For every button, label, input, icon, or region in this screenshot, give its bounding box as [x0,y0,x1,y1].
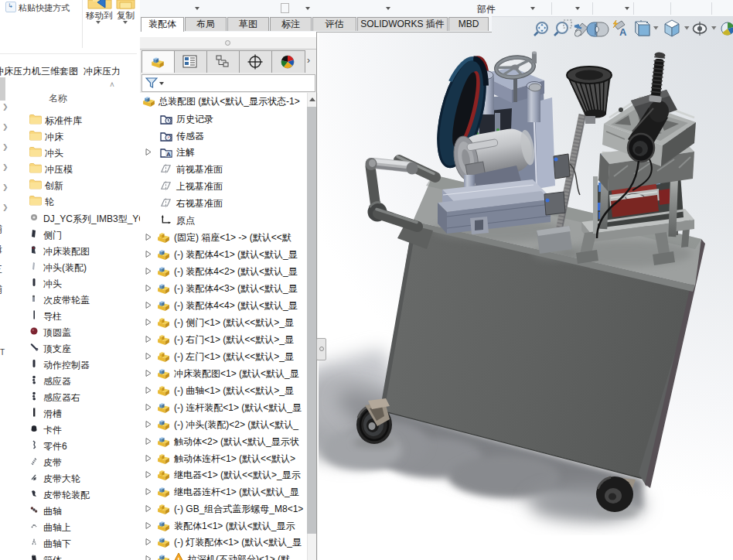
svg-text:A: A [166,151,171,158]
svg-text:A: A [619,26,627,38]
svg-text:!: ! [178,556,180,560]
